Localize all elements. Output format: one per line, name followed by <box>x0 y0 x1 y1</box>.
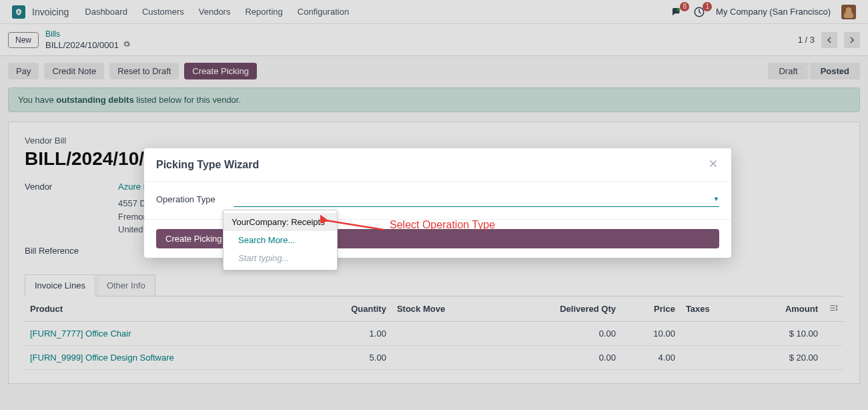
operation-type-label: Operation Type <box>156 194 223 204</box>
chevron-down-icon[interactable]: ▼ <box>713 196 719 202</box>
dropdown-hint: Start typing... <box>224 249 337 267</box>
operation-type-dropdown: YourCompany: Receipts Search More... Sta… <box>223 210 338 270</box>
operation-type-input[interactable] <box>234 192 711 205</box>
operation-type-field[interactable]: ▼ <box>234 191 719 207</box>
dropdown-search-more[interactable]: Search More... <box>224 231 337 249</box>
close-icon[interactable] <box>707 158 719 172</box>
modal-title: Picking Type Wizard <box>156 159 259 171</box>
dropdown-option-receipts[interactable]: YourCompany: Receipts <box>224 213 337 231</box>
